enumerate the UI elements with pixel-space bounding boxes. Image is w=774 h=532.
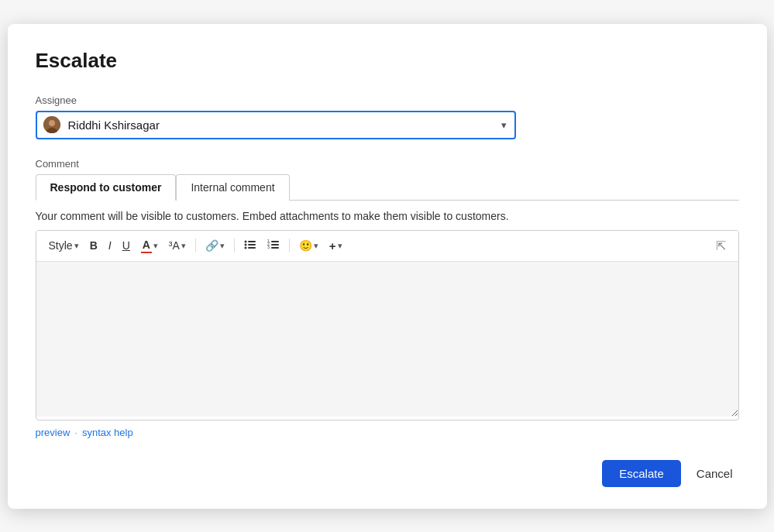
ordered-list-button[interactable]: 1. 2. 3. bbox=[263, 236, 284, 256]
style-chevron-icon: ▾ bbox=[74, 241, 79, 251]
emoji-icon: 🙂 bbox=[299, 239, 312, 252]
escalate-modal: Escalate Assignee Riddhi Kshirsagar ▾ Co… bbox=[8, 24, 767, 509]
collapse-icon: ⇱ bbox=[716, 239, 726, 253]
assignee-select[interactable]: Riddhi Kshirsagar bbox=[36, 111, 516, 139]
separator-2 bbox=[234, 239, 235, 252]
modal-actions: Escalate Cancel bbox=[36, 460, 739, 487]
svg-point-5 bbox=[244, 243, 246, 245]
insert-chevron-icon: ▾ bbox=[338, 241, 342, 251]
style-dropdown-button[interactable]: Style ▾ bbox=[44, 236, 84, 255]
underline-button[interactable]: U bbox=[118, 236, 135, 255]
unordered-list-icon bbox=[244, 239, 256, 252]
separator-3 bbox=[289, 239, 290, 252]
style-label: Style bbox=[49, 239, 73, 252]
comment-info-text: Your comment will be visible to customer… bbox=[36, 210, 739, 222]
svg-rect-14 bbox=[271, 247, 279, 249]
assignee-field: Riddhi Kshirsagar ▾ bbox=[36, 111, 516, 139]
link-icon: 🔗 bbox=[205, 239, 218, 252]
font-size-label: ³A bbox=[169, 239, 180, 252]
tab-respond-to-customer[interactable]: Respond to customer bbox=[36, 174, 177, 201]
comment-section: Comment Respond to customer Internal com… bbox=[36, 158, 739, 438]
editor-footer: preview · syntax help bbox=[36, 427, 739, 438]
syntax-help-link[interactable]: syntax help bbox=[82, 427, 133, 438]
bold-button[interactable]: B bbox=[85, 236, 102, 255]
text-color-chevron-icon: ▾ bbox=[153, 241, 158, 251]
editor-toolbar: Style ▾ B I U A ▾ ³A ▾ bbox=[36, 231, 738, 262]
insert-button[interactable]: + ▾ bbox=[325, 236, 347, 256]
comment-tabs: Respond to customer Internal comment bbox=[36, 174, 739, 201]
svg-text:3.: 3. bbox=[267, 245, 270, 249]
svg-rect-12 bbox=[271, 244, 279, 245]
link-chevron-icon: ▾ bbox=[220, 241, 225, 251]
svg-rect-10 bbox=[271, 241, 279, 242]
svg-point-3 bbox=[244, 240, 246, 242]
insert-plus-icon: + bbox=[329, 239, 336, 252]
text-color-a-icon: A bbox=[141, 239, 152, 253]
svg-point-7 bbox=[244, 246, 246, 249]
italic-button[interactable]: I bbox=[104, 236, 116, 255]
font-size-button[interactable]: ³A ▾ bbox=[164, 236, 191, 255]
cancel-button[interactable]: Cancel bbox=[690, 460, 739, 487]
assignee-label: Assignee bbox=[36, 94, 739, 106]
link-button[interactable]: 🔗 ▾ bbox=[201, 236, 229, 255]
modal-title: Escalate bbox=[36, 49, 739, 73]
editor-container: Style ▾ B I U A ▾ ³A ▾ bbox=[36, 230, 739, 420]
ordered-list-icon: 1. 2. 3. bbox=[267, 239, 280, 252]
tab-internal-comment[interactable]: Internal comment bbox=[176, 174, 289, 201]
unordered-list-button[interactable] bbox=[239, 236, 261, 256]
footer-separator: · bbox=[74, 427, 77, 438]
emoji-button[interactable]: 🙂 ▾ bbox=[294, 236, 323, 255]
text-color-button[interactable]: A ▾ bbox=[136, 235, 163, 256]
font-size-chevron-icon: ▾ bbox=[181, 241, 186, 251]
escalate-button[interactable]: Escalate bbox=[602, 460, 681, 487]
comment-label: Comment bbox=[36, 158, 739, 170]
separator-1 bbox=[195, 239, 196, 252]
preview-link[interactable]: preview bbox=[36, 427, 71, 438]
collapse-button[interactable]: ⇱ bbox=[711, 235, 731, 256]
svg-rect-8 bbox=[248, 247, 256, 249]
emoji-chevron-icon: ▾ bbox=[314, 241, 318, 251]
svg-rect-6 bbox=[248, 244, 256, 245]
comment-editor[interactable] bbox=[36, 262, 738, 417]
svg-rect-4 bbox=[248, 241, 256, 242]
